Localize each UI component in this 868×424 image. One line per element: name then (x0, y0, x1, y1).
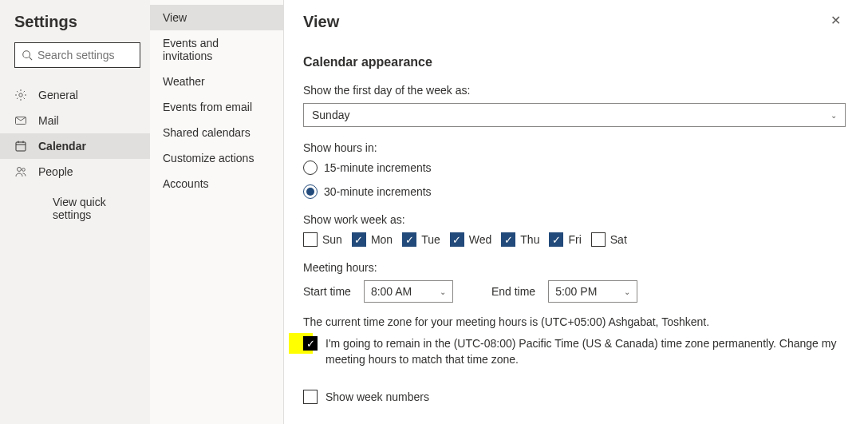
show-hours-label: Show hours in: (303, 141, 846, 154)
week-numbers-checkbox[interactable] (303, 390, 318, 404)
chevron-down-icon: ⌄ (831, 111, 837, 120)
day-sat[interactable]: Sat (591, 232, 627, 247)
remain-timezone-row[interactable]: I'm going to remain in the (UTC-08:00) P… (303, 336, 846, 367)
nav-label: General (38, 89, 78, 101)
radio-icon (303, 184, 318, 199)
checkbox-icon (303, 232, 318, 247)
subnav-item-weather[interactable]: Weather (150, 69, 283, 94)
first-day-value: Sunday (312, 109, 349, 121)
gear-icon (14, 89, 30, 101)
remain-timezone-text: I'm going to remain in the (UTC-08:00) P… (326, 336, 846, 367)
chevron-down-icon: ⌄ (624, 287, 630, 296)
svg-point-9 (22, 168, 26, 172)
subnav-item-customize-actions[interactable]: Customize actions (150, 145, 283, 171)
meeting-hours-label: Meeting hours: (303, 261, 846, 274)
remain-timezone-checkbox[interactable] (303, 336, 318, 351)
detail-title: View (303, 13, 339, 31)
mail-icon (14, 114, 30, 127)
calendar-icon (14, 140, 30, 153)
show-week-numbers-row[interactable]: Show week numbers (303, 390, 846, 404)
subnav-item-shared-calendars[interactable]: Shared calendars (150, 120, 283, 145)
day-sun[interactable]: Sun (303, 232, 342, 247)
day-wed[interactable]: Wed (450, 232, 492, 247)
svg-point-0 (23, 51, 30, 58)
nav-label: Calendar (38, 140, 86, 153)
nav-item-calendar[interactable]: Calendar (0, 133, 150, 159)
current-timezone-text: The current time zone for your meeting h… (303, 315, 846, 328)
search-input[interactable] (37, 49, 133, 61)
nav-item-people[interactable]: People (0, 159, 150, 184)
checkbox-icon (549, 232, 563, 247)
checkbox-icon (402, 232, 416, 247)
subnav-item-events-from-email[interactable]: Events from email (150, 94, 283, 120)
settings-detail-panel: View ✕ Calendar appearance Show the firs… (284, 0, 868, 424)
svg-point-2 (19, 93, 22, 97)
day-mon[interactable]: Mon (352, 232, 393, 247)
svg-rect-4 (16, 142, 26, 151)
work-week-days: Sun Mon Tue Wed Thu Fri Sat (303, 232, 846, 247)
nav-label: People (38, 165, 73, 178)
close-button[interactable]: ✕ (826, 13, 846, 29)
day-tue[interactable]: Tue (402, 232, 440, 247)
search-settings-box[interactable] (14, 42, 140, 68)
settings-left-panel: Settings General Mail Calendar (0, 0, 150, 424)
end-time-label: End time (491, 285, 535, 298)
day-fri[interactable]: Fri (549, 232, 581, 247)
radio-label: 30-minute increments (324, 185, 432, 198)
first-day-label: Show the first day of the week as: (303, 84, 846, 97)
subnav-item-view[interactable]: View (150, 5, 283, 30)
subnav-list: View Events and invitations Weather Even… (150, 5, 283, 196)
start-time-label: Start time (303, 285, 351, 298)
meeting-hours-row: Start time 8:00 AM ⌄ End time 5:00 PM ⌄ (303, 280, 846, 303)
calendar-appearance-heading: Calendar appearance (303, 55, 846, 69)
subnav-item-accounts[interactable]: Accounts (150, 171, 283, 196)
radio-icon (303, 160, 318, 175)
start-time-select[interactable]: 8:00 AM ⌄ (364, 280, 453, 303)
radio-label: 15-minute increments (324, 161, 432, 174)
week-numbers-label: Show week numbers (326, 390, 429, 403)
settings-subnav-panel: View Events and invitations Weather Even… (150, 0, 284, 424)
start-time-value: 8:00 AM (371, 285, 412, 298)
end-time-select[interactable]: 5:00 PM ⌄ (548, 280, 637, 303)
subnav-item-events-invitations[interactable]: Events and invitations (150, 30, 283, 69)
chevron-down-icon: ⌄ (440, 287, 446, 296)
nav-item-general[interactable]: General (0, 82, 150, 108)
work-week-label: Show work week as: (303, 213, 846, 226)
svg-point-8 (18, 168, 22, 172)
radio-15-min[interactable]: 15-minute increments (303, 160, 846, 175)
day-thu[interactable]: Thu (501, 232, 539, 247)
first-day-select[interactable]: Sunday ⌄ (303, 103, 846, 127)
view-quick-settings-link[interactable]: View quick settings (14, 189, 140, 228)
search-icon (22, 50, 33, 61)
checkbox-icon (591, 232, 606, 247)
checkbox-icon (352, 232, 366, 247)
checkbox-icon (501, 232, 515, 247)
people-icon (14, 165, 30, 178)
show-hours-radio-group: 15-minute increments 30-minute increment… (303, 160, 846, 199)
end-time-value: 5:00 PM (555, 285, 597, 298)
nav-item-mail[interactable]: Mail (0, 108, 150, 133)
nav-label: Mail (38, 114, 59, 127)
svg-line-1 (30, 57, 33, 61)
radio-30-min[interactable]: 30-minute increments (303, 184, 846, 199)
settings-title: Settings (14, 13, 140, 31)
settings-nav-list: General Mail Calendar People (0, 82, 150, 184)
checkbox-icon (450, 232, 464, 247)
